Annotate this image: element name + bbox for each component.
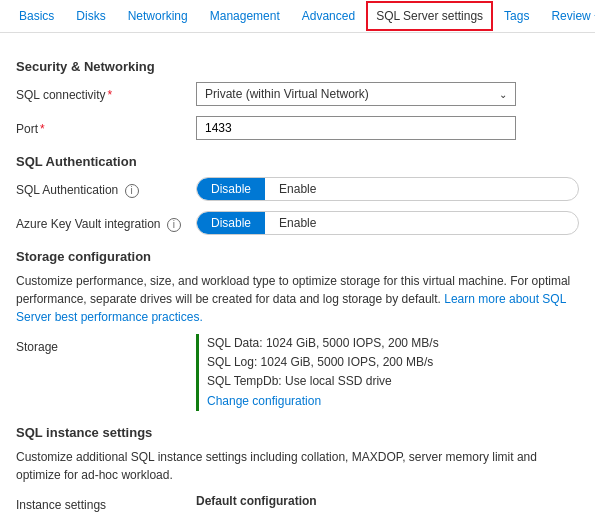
tab-basics[interactable]: Basics (8, 0, 65, 32)
storage-row: Storage SQL Data: 1024 GiB, 5000 IOPS, 2… (16, 334, 579, 411)
sql-auth-label: SQL Authentication i (16, 177, 196, 198)
storage-temp-line: SQL TempDb: Use local SSD drive (207, 372, 579, 391)
azure-key-label: Azure Key Vault integration i (16, 211, 196, 232)
storage-label: Storage (16, 334, 196, 354)
sql-auth-control: Disable Enable (196, 177, 579, 201)
tabs-bar: Basics Disks Networking Management Advan… (0, 0, 595, 33)
sql-auth-enable-btn[interactable]: Enable (265, 178, 330, 200)
instance-settings-row: Instance settings Default configuration … (16, 492, 579, 513)
dropdown-arrow-icon: ⌄ (499, 89, 507, 100)
storage-description: Customize performance, size, and workloa… (16, 272, 579, 326)
port-input[interactable] (196, 116, 516, 140)
port-label: Port* (16, 116, 196, 136)
config-title: Default configuration (196, 492, 579, 511)
azure-key-toggle: Disable Enable (196, 211, 579, 235)
connectivity-label: SQL connectivity* (16, 82, 196, 102)
connectivity-dropdown[interactable]: Private (within Virtual Network) ⌄ (196, 82, 516, 106)
main-content: Security & Networking SQL connectivity* … (0, 33, 595, 513)
tab-management[interactable]: Management (199, 0, 291, 32)
azure-key-disable-btn[interactable]: Disable (197, 212, 265, 234)
azure-key-enable-btn[interactable]: Enable (265, 212, 330, 234)
sql-instance-title: SQL instance settings (16, 425, 579, 440)
sql-authentication-title: SQL Authentication (16, 154, 579, 169)
security-networking-title: Security & Networking (16, 59, 579, 74)
tab-networking[interactable]: Networking (117, 0, 199, 32)
storage-config-title: Storage configuration (16, 249, 579, 264)
storage-info: SQL Data: 1024 GiB, 5000 IOPS, 200 MB/s … (196, 334, 579, 411)
sql-auth-info-icon[interactable]: i (125, 184, 139, 198)
azure-key-info-icon[interactable]: i (167, 218, 181, 232)
storage-info-control: SQL Data: 1024 GiB, 5000 IOPS, 200 MB/s … (196, 334, 579, 411)
tab-disks[interactable]: Disks (65, 0, 116, 32)
sql-auth-row: SQL Authentication i Disable Enable (16, 177, 579, 201)
tab-tags[interactable]: Tags (493, 0, 540, 32)
sql-auth-toggle: Disable Enable (196, 177, 579, 201)
instance-settings-label: Instance settings (16, 492, 196, 512)
tab-review-create[interactable]: Review + create (540, 0, 595, 32)
tab-advanced[interactable]: Advanced (291, 0, 366, 32)
azure-key-control: Disable Enable (196, 211, 579, 235)
change-config-link[interactable]: Change configuration (207, 394, 321, 408)
connectivity-control: Private (within Virtual Network) ⌄ (196, 82, 579, 106)
instance-info: Default configuration MAXDOP: 0 SQL Serv… (196, 492, 579, 513)
connectivity-value: Private (within Virtual Network) (205, 87, 369, 101)
storage-data-line: SQL Data: 1024 GiB, 5000 IOPS, 200 MB/s (207, 334, 579, 353)
tab-sql-server-settings[interactable]: SQL Server settings (366, 1, 493, 31)
instance-settings-control: Default configuration MAXDOP: 0 SQL Serv… (196, 492, 579, 513)
connectivity-row: SQL connectivity* Private (within Virtua… (16, 82, 579, 106)
azure-key-row: Azure Key Vault integration i Disable En… (16, 211, 579, 235)
storage-log-line: SQL Log: 1024 GiB, 5000 IOPS, 200 MB/s (207, 353, 579, 372)
port-control (196, 116, 579, 140)
sql-instance-description: Customize additional SQL instance settin… (16, 448, 579, 484)
sql-auth-disable-btn[interactable]: Disable (197, 178, 265, 200)
port-row: Port* (16, 116, 579, 140)
